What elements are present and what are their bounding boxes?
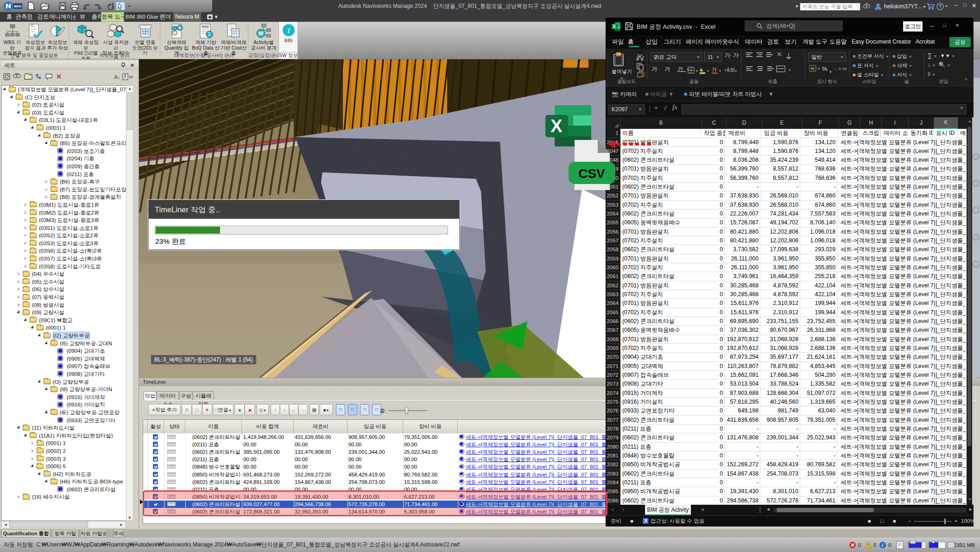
svg-text:0: 0 (888, 542, 891, 548)
svg-text:←.0: ←.0 (834, 67, 841, 71)
svg-text:▼: ▼ (788, 68, 791, 72)
svg-text:?: ? (939, 4, 942, 9)
svg-text:내|천: 내|천 (725, 67, 735, 72)
svg-text:CSV: CSV (578, 166, 605, 181)
svg-text:▼: ▼ (734, 69, 738, 73)
svg-text:▼: ▼ (706, 69, 710, 73)
svg-text:!: ! (868, 543, 869, 548)
svg-text:X: X (613, 24, 616, 29)
svg-text:,: , (829, 65, 831, 73)
svg-text:▼: ▼ (718, 69, 722, 73)
svg-text:hellokim37YT...: hellokim37YT... (884, 3, 922, 10)
svg-text:가: 가 (712, 67, 717, 72)
svg-text:i: i (882, 543, 883, 548)
svg-text:₩: ₩ (810, 66, 815, 71)
svg-text:▼: ▼ (817, 67, 821, 71)
svg-text:X: X (550, 116, 563, 136)
svg-text:0: 0 (858, 542, 861, 548)
svg-text:%: % (822, 65, 828, 72)
svg-text:W: W (259, 31, 264, 36)
svg-text:Σ: Σ (208, 32, 211, 37)
svg-text:0: 0 (873, 542, 876, 548)
svg-text:2391 MB: 2391 MB (954, 542, 975, 548)
svg-text:.00→: .00→ (841, 67, 848, 71)
svg-text:MAN: MAN (14, 5, 21, 8)
svg-text:▼: ▼ (695, 69, 699, 73)
